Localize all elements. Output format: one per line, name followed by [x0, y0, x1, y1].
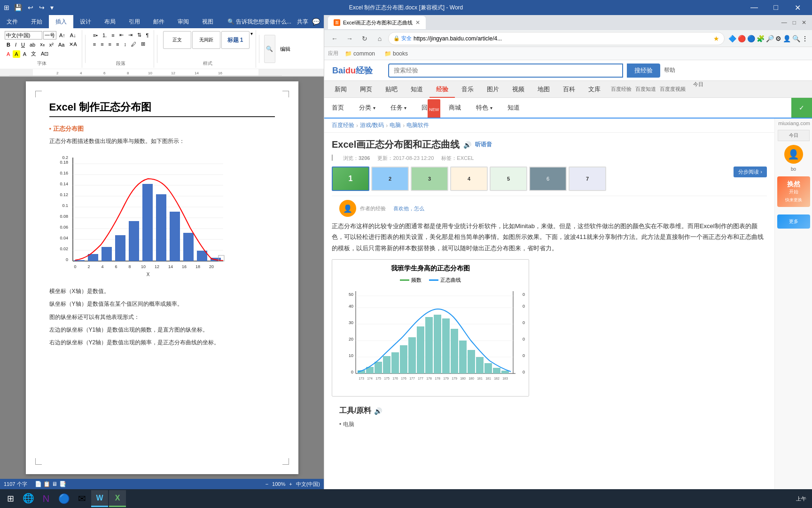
editing-label[interactable]: 编辑: [280, 46, 290, 53]
phonetic-btn[interactable]: 文: [29, 49, 38, 58]
ext-btn-2[interactable]: 🔴: [738, 35, 746, 42]
cat-classify[interactable]: 分类 ▾: [351, 98, 383, 118]
style-normal[interactable]: 正文: [163, 31, 191, 49]
font-name-input[interactable]: [5, 31, 42, 40]
bullets-btn[interactable]: ≡•: [91, 32, 100, 39]
clear-format-btn[interactable]: ✕A: [67, 40, 78, 48]
login-btn[interactable]: ✓: [791, 98, 812, 118]
redo-btn[interactable]: ↪: [37, 3, 47, 12]
nav-wenku[interactable]: 文库: [582, 81, 607, 98]
change-case-btn[interactable]: Aa: [56, 41, 66, 48]
browser-restore[interactable]: □: [791, 17, 798, 28]
line-spacing-btn[interactable]: ↕: [122, 40, 128, 48]
tab-review[interactable]: 审阅: [171, 15, 195, 28]
close-btn[interactable]: ✕: [787, 0, 808, 15]
sort-btn[interactable]: ⇅: [135, 31, 143, 39]
nav-music[interactable]: 音乐: [455, 81, 480, 98]
strikethrough-btn[interactable]: ab: [28, 41, 37, 48]
taskbar-onenote[interactable]: N: [38, 490, 55, 507]
search-btn[interactable]: 🔍: [264, 35, 275, 63]
nav-image[interactable]: 图片: [480, 81, 506, 98]
address-input[interactable]: [414, 35, 711, 42]
back-btn[interactable]: ←: [328, 32, 341, 45]
nav-video[interactable]: 视频: [506, 81, 531, 98]
bookmark-common[interactable]: 📁 common: [342, 49, 378, 58]
forward-btn[interactable]: →: [343, 32, 356, 45]
thumb-7[interactable]: 7: [569, 167, 606, 191]
thumb-4[interactable]: 4: [450, 167, 488, 191]
ext-btn-5[interactable]: 🔎: [766, 35, 774, 42]
thumb-1[interactable]: 1: [332, 167, 369, 191]
highlight-btn[interactable]: A: [13, 50, 20, 58]
nav-zhidao[interactable]: 知道: [404, 81, 429, 98]
undo-btn[interactable]: ↩: [26, 3, 35, 12]
font-color-btn[interactable]: A: [21, 50, 28, 58]
cat-huixiang[interactable]: 回享 NEW: [414, 98, 441, 118]
justify-btn[interactable]: ≡: [114, 40, 121, 48]
taskbar-chrome[interactable]: 🔵: [55, 490, 72, 507]
baidu-help[interactable]: 帮助: [664, 66, 675, 74]
baidu-zhidao-link[interactable]: 百度知道: [635, 86, 656, 93]
italic-btn[interactable]: I: [13, 41, 18, 48]
borders-btn[interactable]: ⊞: [139, 40, 147, 48]
bc-diannao[interactable]: 电脑: [390, 121, 401, 129]
minimize-btn[interactable]: —: [743, 0, 765, 15]
nav-web[interactable]: 网页: [353, 81, 379, 98]
cat-shop[interactable]: 商城: [441, 98, 468, 118]
baidu-search-input[interactable]: [388, 64, 623, 78]
subscript-btn[interactable]: x₂: [38, 40, 47, 48]
nav-tieba[interactable]: 贴吧: [379, 81, 404, 98]
tab-layout[interactable]: 布局: [98, 15, 122, 28]
search-command-input[interactable]: 🔍 告诉我您想要做什么...: [227, 18, 291, 26]
baidu-duanshipin-link[interactable]: 百度度视频: [660, 86, 686, 93]
browser-tab[interactable]: 百 Excel画正态分布图和正态曲线 ✕: [328, 16, 426, 29]
superscript-btn[interactable]: x²: [47, 41, 55, 48]
thumb-6[interactable]: 6: [529, 167, 567, 191]
ext-btn-4[interactable]: 🧩: [757, 35, 765, 42]
bc-jingyan[interactable]: 百度经验: [332, 121, 354, 129]
ext-btn-3[interactable]: 🔵: [747, 35, 755, 42]
ext-btn-1[interactable]: 🔷: [728, 35, 736, 42]
tab-mailings[interactable]: 邮件: [147, 15, 171, 28]
zoom-in-btn[interactable]: +: [289, 481, 292, 487]
styles-arrow[interactable]: ▾: [250, 31, 253, 36]
tab-design[interactable]: 设计: [73, 15, 98, 28]
home-btn[interactable]: ⌂: [373, 32, 386, 45]
thumb-2[interactable]: 2: [371, 167, 409, 191]
style-no-space[interactable]: 无间距: [192, 31, 220, 49]
taskbar-ie[interactable]: 🌐: [20, 490, 37, 507]
shading-btn[interactable]: 🖊: [129, 40, 138, 48]
multilevel-btn[interactable]: ≡: [109, 32, 116, 39]
nav-news[interactable]: 新闻: [328, 81, 353, 98]
tab-view[interactable]: 视图: [195, 15, 220, 28]
star-btn[interactable]: ★: [713, 35, 719, 42]
baidu-search-btn[interactable]: 搜经验: [627, 64, 660, 78]
align-left-btn[interactable]: ≡: [91, 40, 98, 48]
author-action1[interactable]: 喜欢他，怎么: [393, 205, 424, 212]
bc-youxi[interactable]: 游戏/数码: [360, 121, 384, 129]
border-char-btn[interactable]: A⊡: [39, 50, 50, 58]
align-right-btn[interactable]: ≡: [107, 40, 113, 48]
ext-btn-7[interactable]: 👤: [783, 35, 791, 42]
tab-close-btn[interactable]: ✕: [415, 19, 420, 26]
tab-home[interactable]: 开始: [24, 15, 49, 28]
font-grow-btn[interactable]: A↑: [57, 32, 67, 39]
tools-sound-icon[interactable]: 🔊: [374, 407, 382, 415]
listen-text[interactable]: 听语音: [475, 141, 492, 149]
save-btn[interactable]: 💾: [12, 3, 24, 12]
share-btn[interactable]: 共享: [297, 18, 308, 26]
bold-btn[interactable]: B: [5, 41, 12, 48]
nav-baike[interactable]: 百科: [556, 81, 582, 98]
taskbar-word[interactable]: W: [91, 490, 108, 507]
thumb-3[interactable]: 3: [411, 167, 448, 191]
ext-btn-6[interactable]: ⚙: [775, 35, 781, 42]
cat-home[interactable]: 首页: [324, 98, 351, 118]
maximize-btn[interactable]: □: [765, 0, 787, 15]
font-shrink-btn[interactable]: A↓: [68, 32, 78, 39]
comment-btn[interactable]: 💬: [312, 18, 320, 25]
refresh-btn[interactable]: ↻: [358, 32, 371, 45]
ext-btn-9[interactable]: ⋮: [802, 35, 808, 42]
qa-dropdown[interactable]: ▾: [48, 3, 55, 12]
browser-minimize[interactable]: —: [780, 17, 789, 28]
increase-indent-btn[interactable]: ⇥: [126, 31, 134, 39]
